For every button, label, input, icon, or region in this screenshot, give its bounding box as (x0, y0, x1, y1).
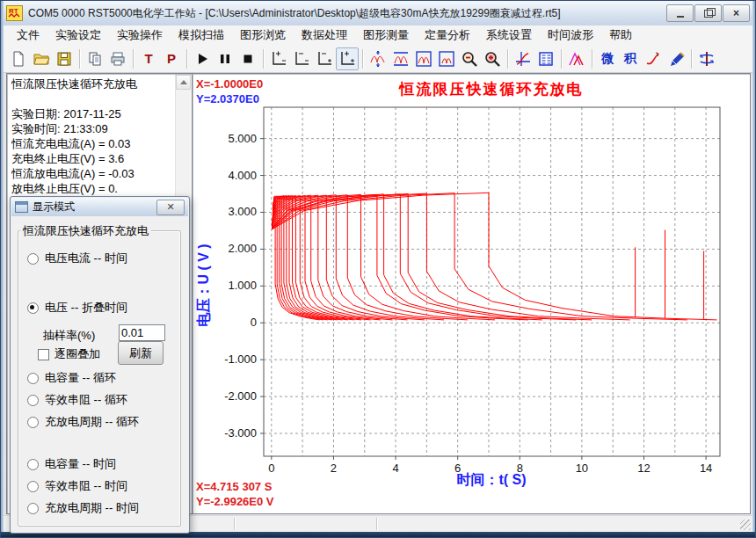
differential-button[interactable]: 微 (596, 47, 619, 70)
radio-icon[interactable] (27, 459, 39, 470)
axis-mode-1-button[interactable] (267, 47, 290, 70)
fit-amplitude-button[interactable] (389, 47, 412, 70)
toolbar-separator (691, 49, 692, 69)
axis-plus-minus-icon (270, 50, 287, 68)
y-tick-label: 2.000 (228, 242, 257, 255)
menu-bar: 文件实验设定实验操作模拟扫描图形浏览数据处理图形测量定量分析系统设置时间波形帮助 (4, 25, 752, 46)
scroll-up-button[interactable] (176, 75, 191, 90)
zoom-window-button[interactable] (412, 47, 435, 70)
peak-hlines-icon (392, 50, 410, 68)
run-button[interactable] (191, 47, 214, 70)
derivative-curve-icon (644, 50, 662, 68)
integral-icon: 积 (624, 51, 636, 67)
y-tick-label: -3.000 (224, 426, 257, 440)
crosshair-curve-icon (514, 50, 532, 68)
stop-button[interactable] (236, 47, 259, 70)
toolbar: T P 微 积 (4, 45, 752, 73)
zoom-region-button[interactable] (435, 47, 458, 70)
text-p-button[interactable]: P (160, 47, 183, 70)
new-file-button[interactable] (7, 47, 30, 70)
radio-option-label: 充放电周期 -- 循环 (45, 414, 139, 430)
dialog-close-button[interactable]: ✕ (156, 200, 185, 215)
smooth-curve-button[interactable] (642, 47, 665, 70)
radio-option[interactable]: 电容量 -- 时间 (27, 457, 116, 471)
radio-option-label: 等效串阻 -- 时间 (45, 478, 127, 494)
radio-icon[interactable] (27, 395, 39, 406)
pause-button[interactable] (214, 47, 236, 70)
minimize-button[interactable] (666, 4, 694, 22)
statusbar-divider (376, 518, 377, 530)
toolbar-separator (592, 49, 592, 69)
dialog-title-bar[interactable]: 显示模式 ✕ (11, 198, 188, 216)
cursor-measure-button[interactable] (512, 47, 534, 70)
axis-mode-3-button[interactable] (313, 47, 336, 70)
window-title: COM5 0000 RST5000电化学工作站 - [C:\Users\Admi… (28, 6, 661, 21)
toolbar-separator (507, 49, 508, 69)
rotate-3d-button[interactable] (695, 47, 718, 70)
toolbar-separator (79, 49, 80, 69)
toolbar-separator (133, 49, 134, 69)
radio-icon[interactable] (27, 503, 39, 514)
menu-item[interactable]: 系统设置 (478, 25, 540, 45)
radio-icon[interactable] (27, 417, 39, 428)
axis-mode-4-button[interactable] (336, 47, 359, 70)
menu-item[interactable]: 图形浏览 (232, 25, 294, 45)
resize-grip[interactable] (740, 520, 751, 530)
autoscale-y-button[interactable] (367, 47, 389, 70)
zoom-out-button[interactable] (458, 47, 481, 70)
menu-item[interactable]: 帮助 (601, 25, 640, 45)
radio-option[interactable]: 电压 -- 折叠时间 (27, 301, 127, 315)
peak-box-icon (415, 50, 433, 68)
radio-option[interactable]: 等效串阻 -- 循环 (27, 393, 127, 407)
overlay-checkbox-row[interactable]: 逐圈叠加 (38, 346, 100, 362)
voltage-time-plot[interactable]: 024681012145.0004.0003.0002.0001.0000-1.… (193, 74, 747, 516)
radio-icon[interactable] (27, 373, 39, 384)
radio-option[interactable]: 电容量 -- 循环 (27, 371, 116, 385)
x-tick-label: 2 (331, 462, 337, 475)
close-button[interactable]: × (723, 4, 750, 22)
save-button[interactable] (53, 47, 76, 70)
new-file-icon (10, 50, 27, 68)
app-window: RT COM5 0000 RST5000电化学工作站 - [C:\Users\A… (0, 0, 756, 538)
toolbar-separator (561, 49, 562, 69)
radio-option[interactable]: 充放电周期 -- 循环 (27, 415, 139, 429)
restore-button[interactable] (694, 4, 722, 22)
menu-item[interactable]: 定量分析 (417, 25, 478, 45)
x-axis-label: 时间：t( S) (351, 471, 632, 490)
zoom-out-icon (461, 50, 478, 68)
radio-icon[interactable] (27, 253, 39, 265)
radio-icon[interactable] (27, 302, 39, 314)
overlay-curves-button[interactable] (565, 47, 588, 70)
radio-option-label: 电容量 -- 循环 (45, 370, 116, 386)
peak-box-small-icon (438, 50, 455, 68)
radio-icon[interactable] (27, 481, 39, 492)
open-file-button[interactable] (30, 47, 53, 70)
copy-button[interactable] (84, 47, 106, 70)
zoom-in-button[interactable] (481, 47, 504, 70)
annotate-button[interactable] (665, 47, 687, 70)
menu-item[interactable]: 文件 (9, 25, 47, 45)
statusbar-divider (234, 518, 235, 530)
radio-option[interactable]: 等效串阻 -- 时间 (27, 479, 127, 493)
cursor-y-readout-bottom: Y=-2.9926E0 V (196, 495, 274, 509)
sampling-rate-input[interactable] (119, 324, 165, 341)
text-t-button[interactable]: T (137, 47, 160, 70)
menu-item[interactable]: 图形测量 (355, 25, 417, 45)
overlay-checkbox[interactable] (38, 349, 49, 360)
menu-item[interactable]: 实验设定 (47, 25, 109, 45)
menu-item[interactable]: 时间波形 (540, 25, 601, 45)
y-tick-label: 0 (251, 316, 257, 329)
radio-option[interactable]: 充放电周期 -- 时间 (27, 501, 139, 515)
print-button[interactable] (106, 47, 129, 70)
refresh-button[interactable]: 刷新 (118, 341, 164, 365)
integral-button[interactable]: 积 (619, 47, 642, 70)
axis-mode-2-button[interactable] (290, 47, 313, 70)
x-tick-label: 12 (637, 462, 650, 475)
menu-item[interactable]: 实验操作 (109, 25, 171, 45)
radio-option[interactable]: 电压电流 -- 时间 (27, 251, 127, 265)
window-frame-right (752, 1, 755, 537)
menu-item[interactable]: 模拟扫描 (171, 25, 232, 45)
dialog-icon (15, 201, 28, 213)
menu-item[interactable]: 数据处理 (294, 25, 355, 45)
data-table-button[interactable] (534, 47, 557, 70)
